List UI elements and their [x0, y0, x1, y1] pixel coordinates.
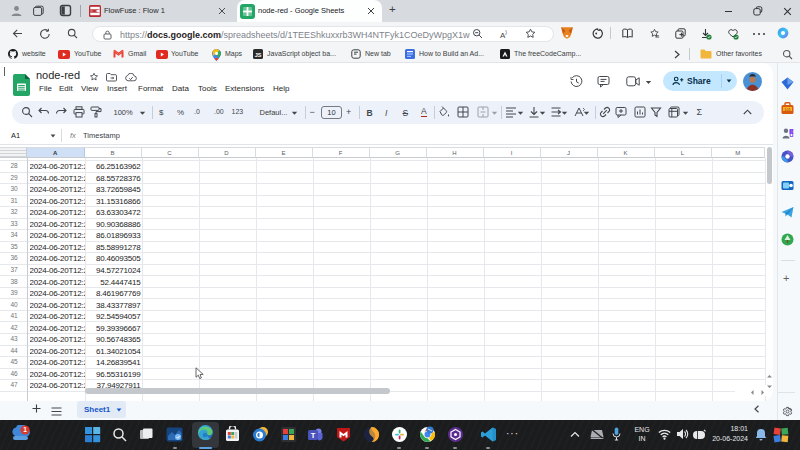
svg-text:1: 1	[23, 426, 27, 433]
svg-text:T: T	[311, 431, 316, 440]
svg-text:JS: JS	[255, 52, 262, 58]
svg-text:101: 101	[784, 107, 791, 112]
